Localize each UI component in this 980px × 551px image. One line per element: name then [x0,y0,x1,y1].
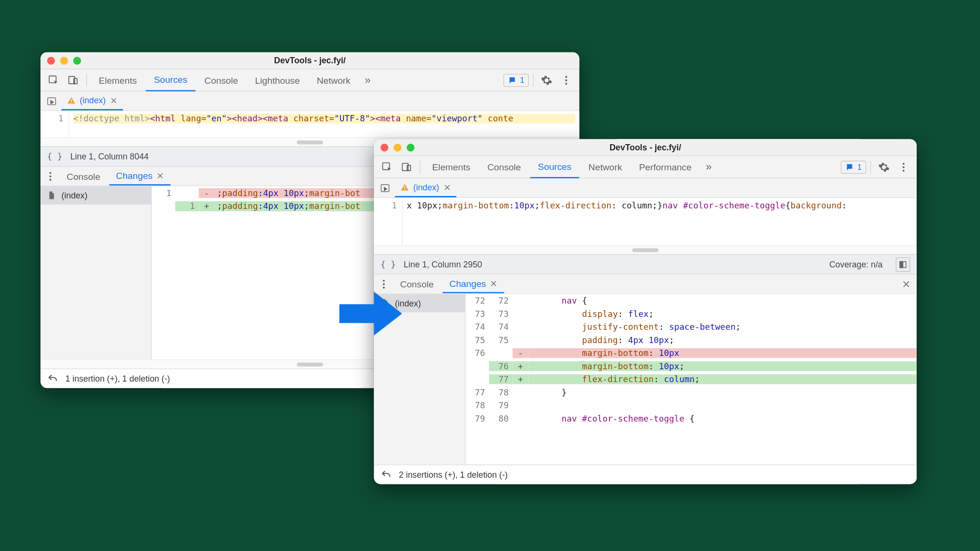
editor-statusbar: { } Line 1, Column 2950 Coverage: n/a [374,254,917,274]
tab-performance[interactable]: Performance [631,156,700,178]
svg-point-4 [565,79,567,81]
svg-rect-20 [404,189,405,190]
svg-point-24 [383,283,385,285]
close-icon[interactable] [47,57,55,64]
pretty-print-icon[interactable]: { } [380,259,396,269]
minimize-icon[interactable] [60,57,68,64]
tab-sources[interactable]: Sources [530,156,579,178]
close-tab-icon[interactable] [110,97,117,104]
more-tabs-icon[interactable]: » [700,161,717,173]
tab-console[interactable]: Console [480,156,529,178]
code-editor[interactable]: 1 <!doctype html><html lang="en"><head><… [40,111,579,137]
main-toolbar: Elements Console Sources Network Perform… [374,156,917,178]
svg-rect-8 [71,102,72,103]
issues-button[interactable]: 1 [841,160,866,173]
issues-count: 1 [857,162,861,171]
tab-network[interactable]: Network [309,69,358,91]
scrollbar-thumb[interactable] [297,362,323,366]
drawer-tabs: Console Changes [374,274,917,293]
changes-summary: 1 insertion (+), 1 deletion (-) [65,374,170,384]
window-title: DevTools - jec.fyi/ [47,56,573,66]
svg-point-3 [565,76,567,78]
revert-icon[interactable] [380,469,392,481]
code-editor[interactable]: 1 x 10px;margin-bottom:10px;flex-directi… [374,198,917,245]
arrow-icon [340,287,402,340]
close-drawer-tab-icon[interactable] [490,279,498,287]
drawer-tab-changes[interactable]: Changes [110,167,171,185]
scrollbar-track[interactable] [374,245,917,254]
diff-row: 76- margin-bottom: 10px [466,346,917,359]
close-icon[interactable] [380,143,388,151]
pretty-print-icon[interactable]: { } [47,152,62,162]
changes-file-item[interactable]: (index) [40,186,151,204]
zoom-icon[interactable] [73,57,81,64]
warning-icon [400,183,409,192]
drawer-tab-changes[interactable]: Changes [443,275,504,293]
changes-sidebar: (index) [40,186,151,359]
svg-rect-7 [71,99,72,101]
diff-row: 7474 justify-content: space-between; [466,320,917,333]
changes-footer: 2 insertions (+), 1 deletion (-) [374,464,917,484]
diff-row: 7373 display: flex; [466,307,917,320]
kebab-menu-icon[interactable] [557,71,575,89]
scrollbar-thumb[interactable] [297,140,323,144]
tab-sources[interactable]: Sources [146,69,195,91]
scrollbar-thumb[interactable] [632,248,659,252]
svg-point-9 [50,172,51,174]
diff-row: 7879 [466,399,917,412]
device-toggle-icon[interactable] [398,158,416,176]
revert-icon[interactable] [47,373,59,384]
minimize-icon[interactable] [394,143,401,151]
close-drawer-tab-icon[interactable] [157,171,164,179]
drawer-menu-icon[interactable] [43,167,58,185]
svg-rect-14 [407,165,410,170]
show-navigator-icon[interactable] [378,181,392,195]
tab-lighthouse[interactable]: Lighthouse [247,69,308,91]
svg-point-23 [383,279,385,281]
file-tabs: (index) [374,178,917,198]
line-gutter: 1 [40,111,69,137]
titlebar: DevTools - jec.fyi/ [374,139,917,156]
device-toggle-icon[interactable] [64,71,82,89]
tab-network[interactable]: Network [580,156,630,178]
more-tabs-icon[interactable]: » [360,74,376,86]
main-toolbar: Elements Sources Console Lighthouse Netw… [40,69,579,92]
titlebar: DevTools - jec.fyi/ [40,52,579,69]
svg-point-17 [902,169,904,171]
show-navigator-icon[interactable] [44,94,59,108]
svg-point-15 [902,163,904,165]
issues-button[interactable]: 1 [504,73,529,86]
svg-rect-22 [900,261,903,267]
file-tab-index[interactable]: (index) [61,92,123,110]
coverage-toggle-icon[interactable] [896,257,910,271]
gear-icon[interactable] [875,158,893,176]
tab-elements[interactable]: Elements [91,69,145,91]
cursor-position: Line 1, Column 8044 [70,152,149,162]
close-tab-icon[interactable] [443,183,451,191]
tab-console[interactable]: Console [197,69,246,91]
changes-summary: 2 insertions (+), 1 deletion (-) [399,470,508,480]
cursor-position: Line 1, Column 2950 [404,259,482,269]
svg-rect-19 [404,186,405,188]
gear-icon[interactable] [538,71,556,89]
diff-row: 7980 nav #color-scheme-toggle { [466,412,917,424]
diff-row: 7272 nav { [466,294,917,307]
devtools-window-after: DevTools - jec.fyi/ Elements Console Sou… [374,139,917,484]
inspect-element-icon[interactable] [44,71,62,89]
window-title: DevTools - jec.fyi/ [380,142,910,152]
diff-row: 7575 padding: 4px 10px; [466,333,917,346]
close-drawer-icon[interactable] [899,276,914,292]
drawer-tab-console[interactable]: Console [60,167,107,185]
diff-row: 7778 } [466,385,917,398]
svg-point-16 [902,166,904,168]
line-gutter: 1 [374,198,402,245]
zoom-icon[interactable] [407,143,414,151]
svg-rect-2 [74,78,77,83]
file-tab-index[interactable]: (index) [395,179,456,197]
tab-elements[interactable]: Elements [424,156,478,178]
kebab-menu-icon[interactable] [894,158,912,176]
warning-icon [67,96,76,105]
inspect-element-icon[interactable] [378,158,396,176]
file-icon [47,190,56,201]
diff-viewer[interactable]: 7272 nav {7373 display: flex;7474 justif… [466,294,917,464]
